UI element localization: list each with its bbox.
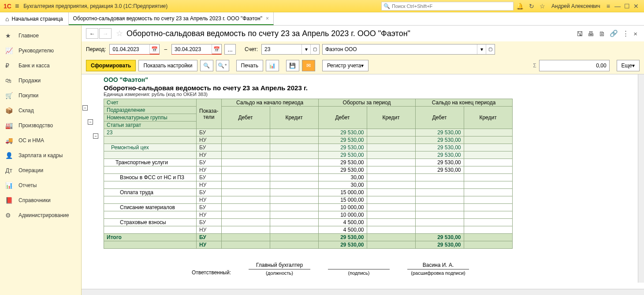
calendar-to-icon[interactable]: 📅 <box>212 44 221 54</box>
sidebar-label-1: Руководителю <box>19 48 54 54</box>
row-debit-turn: 29 530,00 <box>318 159 367 166</box>
horizontal-scrollbar[interactable] <box>82 289 644 295</box>
org-input[interactable] <box>323 44 477 54</box>
th-opening: Сальдо на начало периода <box>221 99 318 107</box>
row-debit-close: 29 530,00 <box>415 166 464 174</box>
table-row[interactable]: Взносы в ФСС от НС и ПЗБУ30,00 <box>104 174 513 181</box>
search-input[interactable] <box>392 4 511 9</box>
total-label: Итого <box>104 234 197 241</box>
report-header: ← → ☆ Оборотно-сальдовая ведомость по сч… <box>82 26 644 41</box>
sidebar-item-11[interactable]: 📕Справочники <box>0 193 81 208</box>
table-row[interactable]: НУ29 530,0029 530,00 <box>104 136 513 144</box>
date-to-field[interactable]: 📅 <box>171 44 222 55</box>
more-icon[interactable]: ⋮ <box>622 30 629 37</box>
table-row[interactable]: Страховые взносыБУ4 500,00 <box>104 219 513 226</box>
row-name <box>104 226 197 234</box>
vertical-scrollbar[interactable] <box>638 74 644 283</box>
report-title: Оборотно-сальдовая ведомость по счету 23… <box>104 84 642 92</box>
sidebar-item-12[interactable]: ⚙Администрирование <box>0 208 81 223</box>
org-open-icon[interactable]: ▢ <box>486 44 495 54</box>
table-row[interactable]: НУ15 000,00 <box>104 196 513 204</box>
star-icon[interactable]: ☆ <box>540 3 545 10</box>
tree-toggle-3[interactable]: − <box>93 133 98 139</box>
table-row[interactable]: Ремонтный цехБУ29 530,0029 530,00 <box>104 144 513 151</box>
show-settings-button[interactable]: Показать настройки <box>138 60 197 71</box>
sidebar-item-1[interactable]: 📈Руководителю <box>0 43 81 58</box>
register-button[interactable]: Регистр учета ▾ <box>322 60 369 71</box>
sidebar-item-10[interactable]: 📊Отчеты <box>0 178 81 193</box>
row-debit-close <box>415 211 464 219</box>
close-report-icon[interactable]: × <box>633 30 637 37</box>
forward-button[interactable]: → <box>99 28 112 39</box>
save-button[interactable]: 💾 <box>286 60 299 71</box>
maximize-button[interactable]: ☐ <box>624 3 630 10</box>
sidebar-item-9[interactable]: ДтОперации <box>0 163 81 178</box>
sidebar-item-4[interactable]: 🛒Покупки <box>0 88 81 103</box>
table-row[interactable]: НУ29 530,0029 530,00 <box>104 166 513 174</box>
preview-icon[interactable]: 🗎 <box>599 30 605 37</box>
favorite-star-icon[interactable]: ☆ <box>116 29 123 38</box>
back-button[interactable]: ← <box>86 28 98 39</box>
row-name <box>104 166 197 174</box>
date-from-input[interactable] <box>110 44 149 54</box>
titlebar: 1C ≡ Бухгалтерия предприятия, редакция 3… <box>0 0 644 12</box>
sidebar-item-7[interactable]: 🚚ОС и НМА <box>0 133 81 148</box>
date-from-field[interactable]: 📅 <box>109 44 160 55</box>
date-to-input[interactable] <box>172 44 212 54</box>
account-label: Счет: <box>245 46 258 52</box>
sidebar-icon-7: 🚚 <box>5 137 14 144</box>
table-row[interactable]: НУ4 500,00 <box>104 226 513 234</box>
sum-field[interactable]: 0,00 <box>539 60 610 71</box>
account-input[interactable] <box>262 44 302 54</box>
close-button[interactable]: ✕ <box>633 3 639 10</box>
link-icon[interactable]: 🔗 <box>610 30 618 37</box>
sidebar-label-8: Зарплата и кадры <box>19 152 63 159</box>
main-menu-icon[interactable]: ≡ <box>15 2 19 10</box>
account-dropdown-icon[interactable]: ▾ <box>302 44 310 54</box>
table-row[interactable]: Оплата трудаБУ15 000,00 <box>104 189 513 196</box>
save-file-icon[interactable]: 🖫 <box>577 30 583 37</box>
calendar-from-icon[interactable]: 📅 <box>149 44 159 54</box>
row-debit-turn: 10 000,00 <box>318 204 367 211</box>
tab-home[interactable]: ⌂ Начальная страница <box>0 12 69 25</box>
account-field[interactable]: ▾ ▢ <box>261 44 320 55</box>
tree-toggle-2[interactable]: − <box>88 119 93 125</box>
sidebar-item-2[interactable]: ₽Банк и касса <box>0 58 81 73</box>
table-row[interactable]: НУ30,00 <box>104 181 513 189</box>
table-row[interactable]: Списание материаловБУ10 000,00 <box>104 204 513 211</box>
period-picker-button[interactable]: ... <box>224 44 236 55</box>
find-button[interactable]: 🔍 <box>200 60 213 71</box>
bell-icon[interactable]: 🔔 <box>516 3 524 10</box>
tab-close-icon[interactable]: × <box>266 15 269 22</box>
mail-button[interactable]: ✉ <box>302 60 315 71</box>
sidebar-item-5[interactable]: 📦Склад <box>0 103 81 118</box>
user-name[interactable]: Андрей Алексеевич <box>551 3 600 9</box>
table-row[interactable]: 23БУ29 530,0029 530,00 <box>104 129 513 136</box>
report-area[interactable]: − − − ООО "Фаэтон" Оборотно-сальдовая ве… <box>82 74 644 289</box>
more-button[interactable]: Еще ▾ <box>617 60 640 71</box>
tab-document[interactable]: Оборотно-сальдовая ведомость по счету 23… <box>69 12 274 25</box>
sidebar-item-8[interactable]: 👤Зарплата и кадры <box>0 148 81 163</box>
print-icon[interactable]: 🖶 <box>588 30 594 37</box>
row-indicator: НУ <box>197 196 222 204</box>
sidebar-item-0[interactable]: ★Главное <box>0 28 81 43</box>
row-name <box>104 181 197 189</box>
expand-button[interactable]: 🔍⁺ <box>216 60 229 71</box>
org-dropdown-icon[interactable]: ▾ <box>477 44 486 54</box>
history-icon[interactable]: ↻ <box>529 3 534 10</box>
tree-toggle-1[interactable]: − <box>82 105 88 111</box>
account-open-icon[interactable]: ▢ <box>310 44 319 54</box>
generate-button[interactable]: Сформировать <box>86 60 136 71</box>
table-row[interactable]: Транспортные услугиБУ29 530,0029 530,00 <box>104 159 513 166</box>
org-field[interactable]: ▾ ▢ <box>322 44 495 55</box>
search-box[interactable]: 🔍 <box>381 2 514 11</box>
minimize-button[interactable]: — <box>614 3 621 10</box>
table-row[interactable]: НУ10 000,00 <box>104 211 513 219</box>
menu-bars-icon[interactable]: ≡ <box>607 3 610 10</box>
th-debit-1: Дебет <box>221 107 270 129</box>
sidebar-item-3[interactable]: 🛍Продажи <box>0 73 81 88</box>
sidebar-item-6[interactable]: 🏭Производство <box>0 118 81 133</box>
chart-button[interactable]: 📊 <box>266 60 279 71</box>
print-button[interactable]: Печать <box>236 60 263 71</box>
table-row[interactable]: НУ29 530,0029 530,00 <box>104 151 513 159</box>
